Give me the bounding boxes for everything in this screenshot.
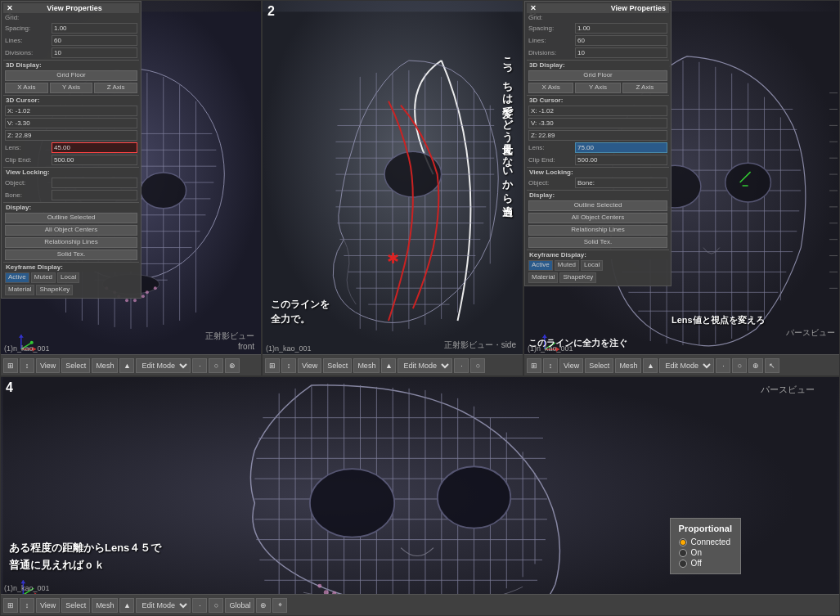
toolbar-v2[interactable]: ⊞ ↕ View Select Mesh ▲ Edit Mode · ○ — [263, 354, 523, 375]
clip-end-value-v3[interactable]: 500.00 — [575, 155, 667, 165]
proportional-connected[interactable]: Connected — [679, 537, 732, 547]
circle-icon-v1[interactable]: ○ — [209, 358, 223, 373]
viewport-1[interactable]: 1 ✕ View Properties Grid: Spacing: 1.00 … — [0, 0, 262, 376]
select-btn-v1[interactable]: Select — [61, 358, 90, 373]
view-btn-v4[interactable]: View — [36, 598, 60, 613]
mesh-btn-v1[interactable]: Mesh — [92, 358, 118, 373]
grid-icon-v4[interactable]: ⊞ — [3, 598, 18, 613]
object-value-v1[interactable] — [52, 178, 137, 188]
y-axis-btn-v3[interactable]: Y Axis — [575, 83, 620, 93]
select-btn-v4[interactable]: Select — [61, 598, 90, 613]
y-axis-btn[interactable]: Y Axis — [50, 83, 93, 93]
spacing-value[interactable]: 1.00 — [52, 23, 137, 34]
on-radio[interactable] — [679, 549, 687, 557]
dot-icon-v2[interactable]: · — [454, 358, 469, 373]
solid-tex-btn-v1[interactable]: Solid Tex. — [5, 250, 137, 260]
dot-icon-v3[interactable]: · — [716, 358, 730, 373]
mesh-btn-v2[interactable]: Mesh — [353, 358, 380, 373]
active-tab-v3[interactable]: Active — [528, 260, 553, 271]
rel-lines-btn-v3[interactable]: Relationship Lines — [528, 225, 667, 236]
z-axis-btn[interactable]: Z Axis — [94, 83, 137, 93]
cursor-x-value-v3[interactable]: X: -1.02 — [528, 106, 667, 116]
mode-select-v2[interactable]: Edit Mode — [398, 358, 452, 373]
snap-icon-v4[interactable]: ⌖ — [272, 598, 287, 613]
local-tab-v1[interactable]: Local — [57, 272, 79, 283]
cursor-x-value[interactable]: X: -1.02 — [5, 106, 137, 116]
grid-floor-btn-v3[interactable]: Grid Floor — [528, 70, 667, 81]
circle-icon-v2[interactable]: ○ — [470, 358, 485, 373]
viewport-2[interactable]: 2 こっちは髪でどう世見えないから適当 このラインを全力で。 — [262, 0, 523, 376]
divisions-value[interactable]: 10 — [52, 47, 137, 58]
proportional-on[interactable]: On — [679, 547, 732, 558]
mode-select-v1[interactable]: Edit Mode — [136, 358, 191, 373]
outline-selected-btn-v1[interactable]: Outline Selected — [5, 213, 137, 223]
dot-icon-v1[interactable]: · — [192, 358, 207, 373]
material-tab-v3[interactable]: Material — [528, 272, 558, 283]
bone-value-v1[interactable] — [52, 190, 137, 200]
off-radio[interactable] — [679, 560, 687, 568]
x-axis-btn[interactable]: X Axis — [5, 83, 48, 93]
magnet-icon-v3[interactable]: ⊕ — [748, 358, 763, 373]
solid-tex-btn-v3[interactable]: Solid Tex. — [528, 237, 667, 248]
nav-icon-v2[interactable]: ↕ — [281, 358, 296, 373]
local-tab-v3[interactable]: Local — [581, 260, 603, 271]
nav-icon-v1[interactable]: ↕ — [20, 358, 34, 373]
cursor-y-value-v3[interactable]: V: -3.30 — [528, 118, 667, 128]
select-btn-v2[interactable]: Select — [323, 358, 352, 373]
global-btn-v4[interactable]: Global — [225, 598, 254, 613]
cursor-y-value[interactable]: V: -3.30 — [5, 118, 137, 128]
outline-btn-v3[interactable]: Outline Selected — [528, 200, 667, 211]
view-btn-v3[interactable]: View — [559, 358, 583, 373]
all-objects-btn-v3[interactable]: All Object Centers — [528, 213, 667, 223]
cursor-icon-v3[interactable]: ↖ — [765, 358, 779, 373]
muted-tab-v3[interactable]: Muted — [555, 260, 579, 271]
viewport-3[interactable]: 3 ✕ View Properties Grid: Spacing: 1.00 … — [523, 0, 840, 376]
cursor-z-value[interactable]: Z: 22.89 — [5, 130, 137, 141]
divisions-value-v3[interactable]: 10 — [575, 47, 667, 58]
tri-icon-v2[interactable]: ▲ — [381, 358, 396, 373]
shapekey-tab-v1[interactable]: ShapeKey — [36, 285, 73, 295]
lens-value-v3[interactable]: 75.00 — [575, 142, 667, 153]
select-btn-v3[interactable]: Select — [585, 358, 613, 373]
x-axis-btn-v3[interactable]: X Axis — [528, 83, 573, 93]
z-axis-btn-v3[interactable]: Z Axis — [622, 83, 667, 93]
toolbar-v3[interactable]: ⊞ ↕ View Select Mesh ▲ Edit Mode · ○ ⊕ ↖ — [524, 354, 839, 375]
view-btn-v2[interactable]: View — [298, 358, 321, 373]
connected-radio[interactable] — [679, 538, 687, 546]
tri-icon-v1[interactable]: ▲ — [119, 358, 134, 373]
toolbar-v1[interactable]: ⊞ ↕ View Select Mesh ▲ Edit Mode · ○ ⊕ — [1, 354, 261, 375]
material-tab-v1[interactable]: Material — [5, 285, 34, 295]
tri-icon-v3[interactable]: ▲ — [643, 358, 658, 373]
grid-icon-v2[interactable]: ⊞ — [265, 358, 280, 373]
viewport-4[interactable]: 4 — [0, 376, 840, 616]
proportional-off[interactable]: Off — [679, 558, 732, 569]
rel-lines-btn-v1[interactable]: Relationship Lines — [5, 237, 137, 248]
all-objects-btn-v1[interactable]: All Object Centers — [5, 225, 137, 236]
lines-value-v3[interactable]: 60 — [575, 35, 667, 46]
view-btn-v1[interactable]: View — [36, 358, 60, 373]
cursor-z-value-v3[interactable]: Z: 22.89 — [528, 130, 667, 141]
grid-icon-v3[interactable]: ⊞ — [527, 358, 541, 373]
props-close-x[interactable]: ✕ — [7, 4, 13, 12]
mesh-btn-v3[interactable]: Mesh — [615, 358, 641, 373]
muted-tab-v1[interactable]: Muted — [31, 272, 56, 283]
mode-select-v3[interactable]: Edit Mode — [659, 358, 714, 373]
circle-icon-v4[interactable]: ○ — [209, 598, 223, 613]
props-close-v3[interactable]: ✕ — [530, 4, 537, 12]
grid-floor-btn[interactable]: Grid Floor — [5, 70, 137, 81]
grid-icon-v1[interactable]: ⊞ — [3, 358, 18, 373]
object-value-v3[interactable]: Bone: — [575, 178, 667, 188]
toolbar-v4[interactable]: ⊞ ↕ View Select Mesh ▲ Edit Mode · ○ Glo… — [1, 594, 839, 615]
magnet-icon-v1[interactable]: ⊕ — [225, 358, 240, 373]
lens-value-v1[interactable]: 45.00 — [52, 142, 137, 153]
spacing-value-v3[interactable]: 1.00 — [575, 23, 667, 34]
clip-end-value-v1[interactable]: 500.00 — [52, 155, 137, 165]
magnet-icon-v4[interactable]: ⊕ — [256, 598, 271, 613]
circle-icon-v3[interactable]: ○ — [732, 358, 747, 373]
shapekey-tab-v3[interactable]: ShapeKey — [559, 272, 596, 283]
dot-icon-v4[interactable]: · — [192, 598, 207, 613]
lines-value[interactable]: 60 — [52, 35, 137, 46]
tri-icon-v4[interactable]: ▲ — [119, 598, 134, 613]
nav-icon-v3[interactable]: ↕ — [543, 358, 558, 373]
active-tab-v1[interactable]: Active — [5, 272, 29, 283]
